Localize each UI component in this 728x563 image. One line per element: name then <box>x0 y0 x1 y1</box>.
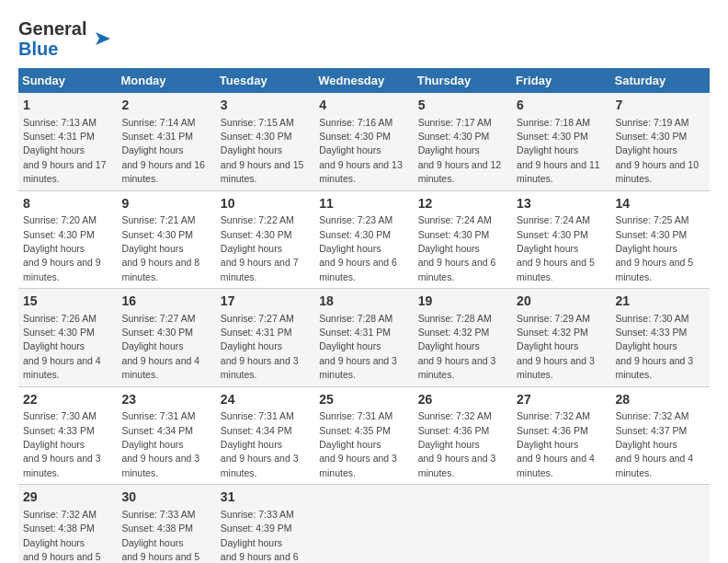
day-number: 18 <box>319 293 408 311</box>
day-cell-25: 25 Sunrise: 7:31 AMSunset: 4:35 PMDaylig… <box>314 386 413 485</box>
day-cell-7: 7 Sunrise: 7:19 AMSunset: 4:30 PMDayligh… <box>611 93 710 190</box>
day-number: 30 <box>121 488 210 507</box>
day-info: Sunrise: 7:16 AMSunset: 4:30 PMDaylight … <box>319 117 403 185</box>
day-number: 1 <box>23 97 112 115</box>
day-cell-21: 21 Sunrise: 7:30 AMSunset: 4:33 PMDaylig… <box>611 289 710 387</box>
day-number: 16 <box>121 293 210 311</box>
day-cell-16: 16 Sunrise: 7:27 AMSunset: 4:30 PMDaylig… <box>117 289 215 387</box>
calendar-table: SundayMondayTuesdayWednesdayThursdayFrid… <box>18 68 710 563</box>
day-info: Sunrise: 7:32 AMSunset: 4:37 PMDaylight … <box>616 410 694 478</box>
day-cell-27: 27 Sunrise: 7:32 AMSunset: 4:36 PMDaylig… <box>512 386 610 485</box>
day-number: 31 <box>221 488 310 507</box>
day-cell-6: 6 Sunrise: 7:18 AMSunset: 4:30 PMDayligh… <box>512 93 610 190</box>
svg-marker-3 <box>96 32 110 45</box>
day-cell-empty <box>611 485 710 563</box>
day-cell-26: 26 Sunrise: 7:32 AMSunset: 4:36 PMDaylig… <box>414 386 512 485</box>
week-row-4: 22 Sunrise: 7:30 AMSunset: 4:33 PMDaylig… <box>18 386 710 485</box>
day-info: Sunrise: 7:31 AMSunset: 4:34 PMDaylight … <box>121 410 199 478</box>
day-number: 3 <box>221 97 310 115</box>
day-number: 24 <box>221 391 310 409</box>
day-cell-29: 29 Sunrise: 7:32 AMSunset: 4:38 PMDaylig… <box>18 485 117 563</box>
day-number: 22 <box>23 391 112 409</box>
page-header: General Blue General Blue <box>18 18 710 59</box>
week-row-2: 8 Sunrise: 7:20 AMSunset: 4:30 PMDayligh… <box>18 190 710 289</box>
day-number: 10 <box>221 195 310 213</box>
day-info: Sunrise: 7:30 AMSunset: 4:33 PMDaylight … <box>23 410 101 478</box>
logo-general-text: General <box>18 18 86 39</box>
day-cell-12: 12 Sunrise: 7:24 AMSunset: 4:30 PMDaylig… <box>414 190 512 289</box>
day-info: Sunrise: 7:29 AMSunset: 4:32 PMDaylight … <box>517 313 595 381</box>
day-info: Sunrise: 7:28 AMSunset: 4:31 PMDaylight … <box>319 313 397 381</box>
day-number: 27 <box>517 391 606 409</box>
day-cell-13: 13 Sunrise: 7:24 AMSunset: 4:30 PMDaylig… <box>512 190 610 289</box>
day-number: 17 <box>221 293 310 311</box>
day-cell-3: 3 Sunrise: 7:15 AMSunset: 4:30 PMDayligh… <box>216 93 314 190</box>
day-number: 7 <box>616 97 705 115</box>
column-header-sunday: Sunday <box>18 68 117 93</box>
day-number: 21 <box>616 293 705 311</box>
day-cell-30: 30 Sunrise: 7:33 AMSunset: 4:38 PMDaylig… <box>117 485 215 563</box>
day-cell-19: 19 Sunrise: 7:28 AMSunset: 4:32 PMDaylig… <box>414 289 512 387</box>
day-number: 9 <box>121 195 210 213</box>
column-header-wednesday: Wednesday <box>314 68 413 93</box>
column-header-thursday: Thursday <box>414 68 512 93</box>
day-number: 4 <box>319 97 408 115</box>
day-info: Sunrise: 7:15 AMSunset: 4:30 PMDaylight … <box>221 117 304 185</box>
day-info: Sunrise: 7:13 AMSunset: 4:31 PMDaylight … <box>23 117 107 185</box>
day-info: Sunrise: 7:27 AMSunset: 4:30 PMDaylight … <box>121 313 199 381</box>
day-cell-8: 8 Sunrise: 7:20 AMSunset: 4:30 PMDayligh… <box>18 190 117 289</box>
day-number: 25 <box>319 391 408 409</box>
day-cell-31: 31 Sunrise: 7:33 AMSunset: 4:39 PMDaylig… <box>216 485 314 563</box>
logo-arrow-icon <box>92 29 112 49</box>
day-cell-14: 14 Sunrise: 7:25 AMSunset: 4:30 PMDaylig… <box>611 190 710 289</box>
day-cell-24: 24 Sunrise: 7:31 AMSunset: 4:34 PMDaylig… <box>216 386 314 485</box>
day-info: Sunrise: 7:23 AMSunset: 4:30 PMDaylight … <box>319 214 397 282</box>
day-number: 15 <box>23 293 112 311</box>
day-cell-15: 15 Sunrise: 7:26 AMSunset: 4:30 PMDaylig… <box>18 289 117 387</box>
day-info: Sunrise: 7:19 AMSunset: 4:30 PMDaylight … <box>616 117 700 185</box>
day-cell-2: 2 Sunrise: 7:14 AMSunset: 4:31 PMDayligh… <box>117 93 215 190</box>
day-info: Sunrise: 7:32 AMSunset: 4:36 PMDaylight … <box>517 410 595 478</box>
day-number: 14 <box>616 195 705 213</box>
day-number: 26 <box>418 391 507 409</box>
day-info: Sunrise: 7:32 AMSunset: 4:36 PMDaylight … <box>418 410 496 478</box>
day-info: Sunrise: 7:27 AMSunset: 4:31 PMDaylight … <box>221 313 299 381</box>
day-cell-4: 4 Sunrise: 7:16 AMSunset: 4:30 PMDayligh… <box>314 93 413 190</box>
day-number: 5 <box>418 97 507 115</box>
day-info: Sunrise: 7:24 AMSunset: 4:30 PMDaylight … <box>517 214 595 282</box>
day-info: Sunrise: 7:33 AMSunset: 4:39 PMDaylight … <box>221 509 299 563</box>
column-header-saturday: Saturday <box>611 68 710 93</box>
day-cell-11: 11 Sunrise: 7:23 AMSunset: 4:30 PMDaylig… <box>314 190 413 289</box>
day-info: Sunrise: 7:24 AMSunset: 4:30 PMDaylight … <box>418 214 496 282</box>
day-number: 23 <box>121 391 210 409</box>
week-row-1: 1 Sunrise: 7:13 AMSunset: 4:31 PMDayligh… <box>18 93 710 190</box>
day-info: Sunrise: 7:18 AMSunset: 4:30 PMDaylight … <box>517 117 600 185</box>
day-info: Sunrise: 7:26 AMSunset: 4:30 PMDaylight … <box>23 313 101 381</box>
day-number: 20 <box>517 293 606 311</box>
day-info: Sunrise: 7:28 AMSunset: 4:32 PMDaylight … <box>418 313 496 381</box>
day-cell-empty <box>314 485 413 563</box>
column-header-friday: Friday <box>512 68 610 93</box>
day-info: Sunrise: 7:32 AMSunset: 4:38 PMDaylight … <box>23 509 101 563</box>
day-cell-28: 28 Sunrise: 7:32 AMSunset: 4:37 PMDaylig… <box>611 386 710 485</box>
day-cell-18: 18 Sunrise: 7:28 AMSunset: 4:31 PMDaylig… <box>314 289 413 387</box>
day-cell-10: 10 Sunrise: 7:22 AMSunset: 4:30 PMDaylig… <box>216 190 314 289</box>
day-info: Sunrise: 7:22 AMSunset: 4:30 PMDaylight … <box>221 214 299 282</box>
day-info: Sunrise: 7:17 AMSunset: 4:30 PMDaylight … <box>418 117 502 185</box>
day-cell-5: 5 Sunrise: 7:17 AMSunset: 4:30 PMDayligh… <box>414 93 512 190</box>
day-info: Sunrise: 7:31 AMSunset: 4:34 PMDaylight … <box>221 410 299 478</box>
day-number: 6 <box>517 97 606 115</box>
column-header-tuesday: Tuesday <box>216 68 314 93</box>
column-header-monday: Monday <box>117 68 215 93</box>
week-row-3: 15 Sunrise: 7:26 AMSunset: 4:30 PMDaylig… <box>18 289 710 387</box>
day-number: 8 <box>23 195 112 213</box>
day-info: Sunrise: 7:31 AMSunset: 4:35 PMDaylight … <box>319 410 397 478</box>
day-info: Sunrise: 7:25 AMSunset: 4:30 PMDaylight … <box>616 214 694 282</box>
day-cell-9: 9 Sunrise: 7:21 AMSunset: 4:30 PMDayligh… <box>117 190 215 289</box>
day-cell-23: 23 Sunrise: 7:31 AMSunset: 4:34 PMDaylig… <box>117 386 215 485</box>
week-row-5: 29 Sunrise: 7:32 AMSunset: 4:38 PMDaylig… <box>18 485 710 563</box>
day-info: Sunrise: 7:33 AMSunset: 4:38 PMDaylight … <box>121 509 199 563</box>
day-cell-1: 1 Sunrise: 7:13 AMSunset: 4:31 PMDayligh… <box>18 93 117 190</box>
header-row: SundayMondayTuesdayWednesdayThursdayFrid… <box>18 68 710 93</box>
day-cell-empty <box>414 485 512 563</box>
